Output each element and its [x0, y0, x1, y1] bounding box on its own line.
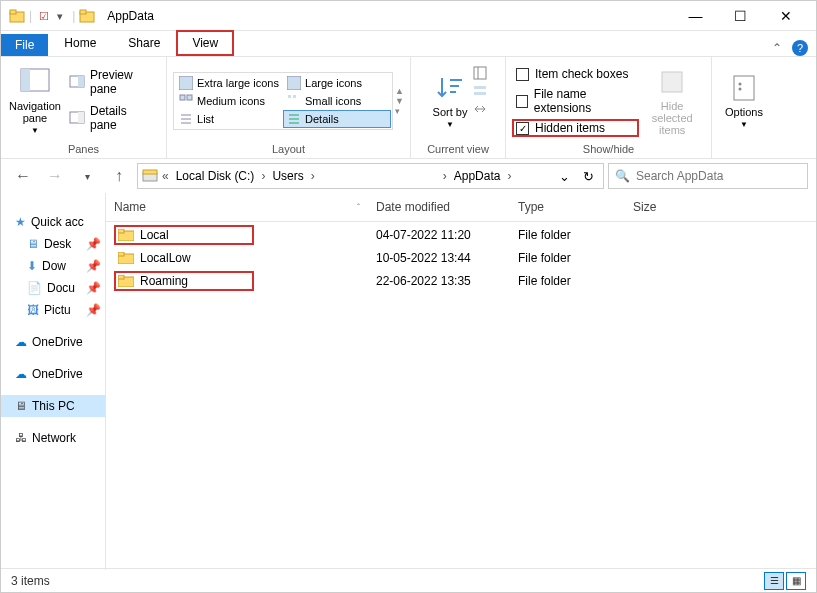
- tab-share[interactable]: Share: [112, 30, 176, 56]
- group-by-icon[interactable]: [472, 83, 488, 99]
- layout-medium[interactable]: Medium icons: [175, 92, 283, 110]
- gallery-more-icon[interactable]: ▾: [395, 106, 404, 116]
- pc-icon: 🖥: [15, 399, 27, 413]
- tree-desktop[interactable]: 🖥Desk📌: [1, 233, 105, 255]
- options-button[interactable]: Options ▼: [718, 61, 770, 140]
- forward-button[interactable]: →: [41, 162, 69, 190]
- tree-downloads[interactable]: ⬇Dow📌: [1, 255, 105, 277]
- address-input[interactable]: « Local Disk (C:) › Users › › AppData › …: [137, 163, 604, 189]
- tree-documents[interactable]: 📄Docu📌: [1, 277, 105, 299]
- navigation-pane-button[interactable]: Navigation pane ▼: [7, 61, 63, 140]
- qat-check-icon[interactable]: ☑: [36, 8, 52, 24]
- qat-dropdown-icon[interactable]: ▾: [52, 8, 68, 24]
- tree-onedrive[interactable]: ☁OneDrive: [1, 331, 105, 353]
- pin-icon: 📌: [86, 303, 101, 317]
- gallery-down-icon[interactable]: ▼: [395, 96, 404, 106]
- file-size: [625, 278, 816, 284]
- highlighted-folder[interactable]: Roaming: [114, 271, 254, 291]
- minimize-button[interactable]: —: [673, 1, 718, 31]
- tree-this-pc[interactable]: 🖥This PC: [1, 395, 105, 417]
- layout-list[interactable]: List: [175, 110, 283, 128]
- tree-network[interactable]: 🖧Network: [1, 427, 105, 449]
- file-name: Local: [140, 228, 169, 242]
- svg-rect-3: [80, 10, 86, 14]
- window-title: AppData: [107, 9, 154, 23]
- layout-small[interactable]: Small icons: [283, 92, 391, 110]
- highlighted-folder[interactable]: Local: [114, 225, 254, 245]
- pin-icon: 📌: [86, 259, 101, 273]
- downloads-icon: ⬇: [27, 259, 37, 273]
- tree-onedrive[interactable]: ☁OneDrive: [1, 363, 105, 385]
- tab-file[interactable]: File: [1, 34, 48, 56]
- sort-icon: [434, 72, 466, 104]
- tab-home[interactable]: Home: [48, 30, 112, 56]
- drive-icon: [142, 168, 158, 184]
- add-columns-icon[interactable]: [472, 65, 488, 81]
- file-row[interactable]: Local04-07-2022 11:20File folder: [106, 222, 816, 248]
- item-check-boxes-toggle[interactable]: Item check boxes: [512, 65, 639, 83]
- item-count: 3 items: [11, 574, 50, 588]
- details-view-button[interactable]: ☰: [764, 572, 784, 590]
- address-bar: ← → ▾ ↑ « Local Disk (C:) › Users › › Ap…: [1, 159, 816, 193]
- ribbon: Navigation pane ▼ Preview pane Details p…: [1, 56, 816, 159]
- desktop-icon: 🖥: [27, 237, 39, 251]
- folder-icon: [118, 275, 134, 287]
- recent-locations-button[interactable]: ▾: [73, 162, 101, 190]
- cloud-icon: ☁: [15, 335, 27, 349]
- layout-gallery[interactable]: Extra large icons Large icons Medium ico…: [173, 72, 393, 130]
- svg-rect-5: [21, 69, 30, 91]
- help-button[interactable]: ?: [792, 40, 808, 56]
- layout-details[interactable]: Details: [283, 110, 391, 128]
- col-date[interactable]: Date modified: [368, 193, 510, 221]
- chevron-right-icon[interactable]: ›: [259, 169, 267, 183]
- tree-pictures[interactable]: 🖼Pictu📌: [1, 299, 105, 321]
- large-icons-view-button[interactable]: ▦: [786, 572, 806, 590]
- chevron-right-icon[interactable]: «: [160, 169, 171, 183]
- group-label-layout: Layout: [272, 140, 305, 158]
- layout-extra-large[interactable]: Extra large icons: [175, 74, 283, 92]
- back-button[interactable]: ←: [9, 162, 37, 190]
- col-name[interactable]: Nameˆ: [106, 193, 368, 221]
- column-headers[interactable]: Nameˆ Date modified Type Size: [106, 193, 816, 222]
- close-button[interactable]: ✕: [763, 1, 808, 31]
- file-row[interactable]: LocalLow10-05-2022 13:44File folder: [106, 248, 816, 268]
- maximize-button[interactable]: ☐: [718, 1, 763, 31]
- preview-pane-icon: [69, 74, 85, 90]
- preview-pane-button[interactable]: Preview pane: [63, 65, 160, 99]
- breadcrumb-seg[interactable]: AppData: [451, 169, 504, 183]
- layout-large[interactable]: Large icons: [283, 74, 391, 92]
- refresh-button[interactable]: ↻: [577, 165, 599, 187]
- svg-rect-1: [10, 10, 16, 14]
- cloud-icon: ☁: [15, 367, 27, 381]
- tree-quick-access[interactable]: ★Quick acc: [1, 211, 105, 233]
- navigation-tree[interactable]: ★Quick acc 🖥Desk📌 ⬇Dow📌 📄Docu📌 🖼Pictu📌 ☁…: [1, 193, 106, 570]
- file-row[interactable]: Roaming22-06-2022 13:35File folder: [106, 268, 816, 294]
- sort-by-button[interactable]: Sort by ▼: [428, 61, 472, 140]
- up-button[interactable]: ↑: [105, 162, 133, 190]
- tab-view[interactable]: View: [176, 30, 234, 56]
- minimize-ribbon-button[interactable]: ⌃: [772, 41, 782, 55]
- svg-rect-30: [734, 76, 754, 100]
- details-pane-button[interactable]: Details pane: [63, 101, 160, 135]
- star-icon: ★: [15, 215, 26, 229]
- file-name: Roaming: [140, 274, 188, 288]
- group-label-showhide: Show/hide: [583, 140, 634, 158]
- breadcrumb-seg[interactable]: Local Disk (C:): [173, 169, 258, 183]
- qat-sep: |: [29, 9, 32, 23]
- chevron-right-icon[interactable]: ›: [505, 169, 513, 183]
- col-size[interactable]: Size: [625, 193, 816, 221]
- breadcrumb-seg[interactable]: Users: [269, 169, 306, 183]
- col-type[interactable]: Type: [510, 193, 625, 221]
- svg-rect-27: [474, 86, 486, 89]
- file-type: File folder: [510, 225, 625, 245]
- hidden-items-toggle[interactable]: ✓ Hidden items: [512, 119, 639, 137]
- size-columns-icon[interactable]: [472, 101, 488, 117]
- file-name-extensions-toggle[interactable]: File name extensions: [512, 85, 639, 117]
- address-dropdown-button[interactable]: ⌄: [553, 165, 575, 187]
- checkbox-icon: [516, 95, 528, 108]
- search-input[interactable]: 🔍 Search AppData: [608, 163, 808, 189]
- chevron-right-icon[interactable]: ›: [441, 169, 449, 183]
- pin-icon: 📌: [86, 237, 101, 251]
- gallery-up-icon[interactable]: ▲: [395, 86, 404, 96]
- chevron-right-icon[interactable]: ›: [309, 169, 317, 183]
